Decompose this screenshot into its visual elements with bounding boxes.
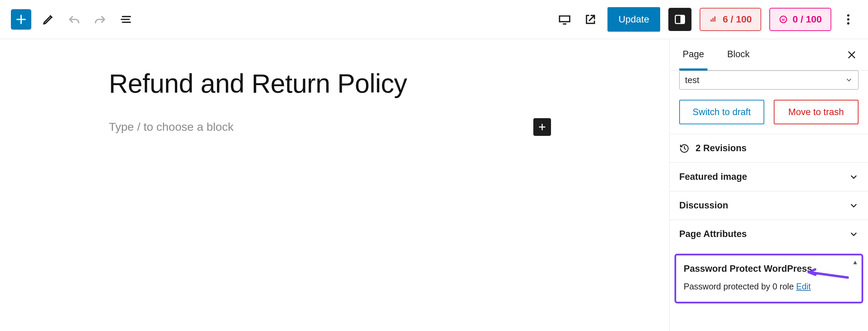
sidebar-tabs: Page Block xyxy=(670,39,868,70)
svg-text:ai: ai xyxy=(782,17,785,21)
tools-button[interactable] xyxy=(39,11,57,28)
seo-score-text: 6 / 100 xyxy=(723,14,752,25)
discussion-label: Discussion xyxy=(679,200,728,211)
template-select-wrap: test xyxy=(670,70,868,98)
close-icon xyxy=(847,50,857,60)
page-title-input[interactable] xyxy=(109,68,551,99)
list-icon xyxy=(119,13,133,26)
history-icon xyxy=(679,143,689,154)
revisions-row[interactable]: 2 Revisions xyxy=(670,134,868,162)
chevron-down-icon xyxy=(849,172,858,182)
move-to-trash-button[interactable]: Move to trash xyxy=(774,100,859,124)
ai-badge-icon: ai xyxy=(779,15,788,24)
external-link-icon xyxy=(584,13,597,26)
more-options-button[interactable] xyxy=(839,11,857,28)
document-overview-button[interactable] xyxy=(117,11,135,28)
ai-score-text: 0 / 100 xyxy=(792,14,822,25)
tab-page[interactable]: Page xyxy=(679,39,707,70)
toolbar-right-group: Update 6 / 100 ai 0 / 100 xyxy=(556,7,857,32)
svg-point-4 xyxy=(847,14,850,17)
view-button[interactable] xyxy=(556,11,573,28)
update-button[interactable]: Update xyxy=(607,7,660,32)
annotation-arrow xyxy=(800,250,852,300)
password-protect-panel: ▲ Password Protect WordPress Password pr… xyxy=(674,254,863,303)
status-actions-row: Switch to draft Move to trash xyxy=(670,98,868,134)
close-sidebar-button[interactable] xyxy=(845,48,858,62)
seo-score-badge[interactable]: 6 / 100 xyxy=(700,8,762,31)
discussion-panel[interactable]: Discussion xyxy=(670,191,868,220)
chevron-down-icon xyxy=(849,230,858,239)
redo-icon xyxy=(93,13,107,26)
tab-block[interactable]: Block xyxy=(724,39,753,70)
plus-icon xyxy=(15,13,27,26)
insert-block-button[interactable] xyxy=(11,9,31,30)
plus-icon xyxy=(537,122,547,132)
password-protect-prefix: Password protected by 0 role xyxy=(684,282,796,291)
svg-point-5 xyxy=(847,18,850,21)
redo-button[interactable] xyxy=(91,11,109,28)
undo-icon xyxy=(67,13,81,26)
desktop-icon xyxy=(558,13,571,26)
svg-rect-1 xyxy=(680,15,684,23)
chevron-down-icon xyxy=(845,76,853,84)
empty-block-row: Type / to choose a block xyxy=(109,118,551,136)
svg-point-6 xyxy=(847,22,850,25)
block-placeholder[interactable]: Type / to choose a block xyxy=(109,120,533,133)
switch-to-draft-button[interactable]: Switch to draft xyxy=(679,100,764,124)
kebab-icon xyxy=(841,13,855,26)
featured-image-label: Featured image xyxy=(679,172,747,182)
settings-sidebar: Page Block test Switch to draft Move to … xyxy=(669,39,868,331)
undo-button[interactable] xyxy=(65,11,83,28)
toolbar-left-group xyxy=(11,9,135,30)
revisions-label: 2 Revisions xyxy=(696,143,747,154)
bars-icon xyxy=(709,15,718,24)
sidebar-body: test Switch to draft Move to trash 2 Rev… xyxy=(670,70,868,308)
page-attributes-panel[interactable]: Page Attributes xyxy=(670,220,868,248)
password-protect-edit-link[interactable]: Edit xyxy=(796,282,811,291)
featured-image-panel[interactable]: Featured image xyxy=(670,162,868,191)
preview-external-button[interactable] xyxy=(582,11,599,28)
inline-add-block-button[interactable] xyxy=(533,118,551,136)
arrow-icon xyxy=(800,250,852,299)
page-attributes-label: Page Attributes xyxy=(679,229,747,239)
template-select-value: test xyxy=(685,75,699,85)
chevron-down-icon xyxy=(849,201,858,210)
top-toolbar: Update 6 / 100 ai 0 / 100 xyxy=(0,0,868,39)
template-select[interactable]: test xyxy=(679,70,858,90)
workspace: Type / to choose a block Page Block test xyxy=(0,39,868,331)
pencil-icon xyxy=(41,13,55,26)
editor-canvas[interactable]: Type / to choose a block xyxy=(0,39,669,331)
settings-sidebar-toggle[interactable] xyxy=(668,8,691,31)
canvas-inner: Type / to choose a block xyxy=(109,68,551,136)
sidebar-icon xyxy=(674,13,686,26)
ai-score-badge[interactable]: ai 0 / 100 xyxy=(769,8,831,31)
collapse-caret-icon[interactable]: ▲ xyxy=(852,259,858,266)
